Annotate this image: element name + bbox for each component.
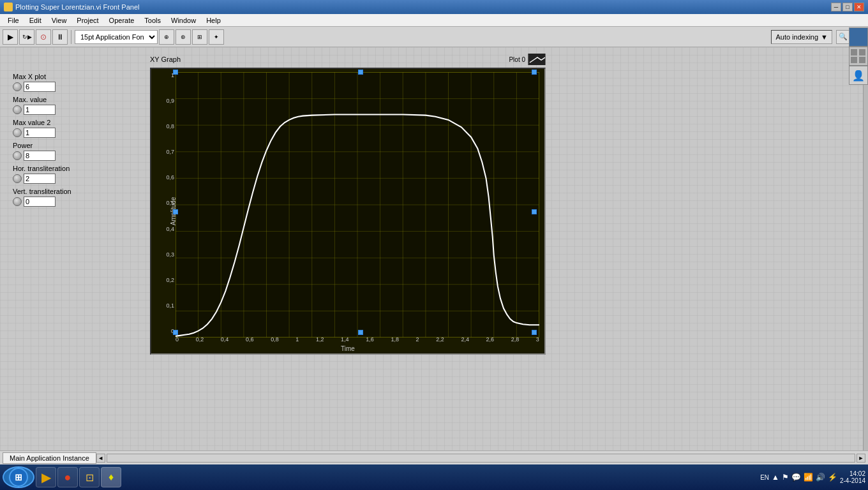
status-tab-main[interactable]: Main Application Instance — [3, 452, 96, 464]
resize-button[interactable]: ⊞ — [192, 29, 207, 45]
resize-handle-right[interactable] — [863, 47, 868, 450]
maximize-button[interactable]: □ — [842, 3, 853, 11]
menu-help[interactable]: Help — [201, 15, 226, 26]
graph-container: XY Graph Plot 0 1 0,9 0,8 0,7 0,6 0,5 — [150, 54, 546, 353]
auto-indexing-area: Auto indexing ▼ — [771, 30, 832, 44]
x-axis-title: Time — [341, 345, 355, 352]
max-value-input[interactable] — [24, 105, 56, 115]
hor-transliteration-knob[interactable] — [13, 174, 22, 183]
taskbar-browser[interactable]: ● — [57, 467, 78, 487]
vert-transliteration-label: Vert. transliteration — [13, 188, 71, 195]
x-label-28: 2,8 — [511, 336, 520, 343]
toolbar: ▶ ↻▶ ⊙ ⏸ 15pt Application Font ⊕ ⊛ ⊞ ✦ A… — [0, 27, 868, 47]
browser-icon: ● — [64, 471, 71, 484]
distribute-button[interactable]: ⊛ — [176, 29, 191, 45]
font-selector[interactable]: 15pt Application Font — [75, 30, 158, 44]
align-button[interactable]: ⊕ — [159, 29, 174, 45]
menu-tools[interactable]: Tools — [139, 15, 166, 26]
minimize-button[interactable]: ─ — [831, 3, 841, 11]
auto-indexing-dropdown[interactable]: Auto indexing ▼ — [771, 30, 832, 44]
power-label: Power — [13, 142, 71, 149]
reorder-button[interactable]: ✦ — [209, 29, 224, 45]
x-label-08: 0,8 — [271, 336, 279, 343]
clock-time: 14:02 — [840, 470, 865, 477]
graph-svg[interactable] — [176, 72, 539, 338]
taskbar-file-manager[interactable]: ⊡ — [79, 467, 100, 487]
menu-file[interactable]: File — [3, 15, 24, 26]
title-bar: Plotting Super Lorentzian.vi Front Panel… — [0, 0, 868, 14]
max-x-plot-input[interactable] — [24, 82, 56, 92]
main-content: Max X plot Max. value Max value 2 Power — [0, 47, 868, 450]
x-label-0: 0 — [176, 336, 179, 343]
selection-dot-mr[interactable] — [532, 209, 537, 214]
selection-dot-br[interactable] — [532, 330, 537, 335]
plot-legend-icon[interactable] — [528, 54, 546, 65]
max-value-2-input[interactable] — [24, 128, 56, 138]
menu-project[interactable]: Project — [71, 15, 103, 26]
separator-1 — [71, 30, 71, 44]
search-button[interactable]: 🔍 — [836, 30, 850, 44]
flag-icon: ⚑ — [782, 473, 789, 482]
window-title: Plotting Super Lorentzian.vi Front Panel — [15, 3, 139, 11]
status-scrollbar-track[interactable] — [107, 454, 855, 463]
app-icon — [4, 3, 13, 11]
menu-operate[interactable]: Operate — [104, 15, 140, 26]
x-label-16: 1,6 — [366, 336, 374, 343]
close-button[interactable]: ✕ — [854, 3, 864, 11]
lang-indicator: EN — [760, 474, 769, 481]
grid-panel-cell-2 — [849, 47, 868, 66]
clock: 14:02 2-4-2014 — [840, 470, 865, 484]
graph-frame[interactable]: 1 0,9 0,8 0,7 0,6 0,5 0,4 0,3 0,2 0,1 0 … — [150, 68, 546, 355]
vert-transliteration-row — [13, 197, 71, 207]
media-player-icon: ▶ — [41, 470, 51, 485]
x-label-02: 0,2 — [196, 336, 204, 343]
hor-transliteration-input[interactable] — [24, 174, 56, 184]
selection-dot-tm[interactable] — [358, 70, 363, 75]
start-button[interactable]: ⊞ — [3, 466, 34, 488]
sys-tray: EN ▲ ⚑ 💬 📶 🔊 ⚡ 14:02 2-4-2014 — [760, 470, 865, 484]
max-value-2-row — [13, 128, 71, 138]
max-value-2-knob[interactable] — [13, 128, 22, 137]
taskbar-media-player[interactable]: ▶ — [36, 467, 56, 487]
selection-dot-ml[interactable] — [173, 209, 178, 214]
taskbar-labview[interactable]: ♦ — [101, 467, 121, 487]
run-button[interactable]: ▶ — [3, 29, 18, 45]
x-label-2: 2 — [416, 336, 419, 343]
volume-icon: 🔊 — [816, 473, 825, 482]
labview-icon: ♦ — [108, 471, 114, 483]
max-value-2-control: Max value 2 — [13, 119, 71, 138]
max-x-plot-row — [13, 82, 71, 92]
x-label-18: 1,8 — [391, 336, 399, 343]
selection-dot-tr[interactable] — [532, 70, 537, 75]
power-knob[interactable] — [13, 151, 22, 160]
vert-transliteration-input[interactable] — [24, 197, 56, 207]
max-value-label: Max. value — [13, 96, 71, 103]
y-label-06: 0,6 — [166, 174, 174, 181]
abort-button[interactable]: ⊙ — [36, 29, 51, 45]
plot-legend-label: Plot 0 — [509, 56, 525, 63]
run-continuously-button[interactable]: ↻▶ — [19, 29, 34, 45]
menu-view[interactable]: View — [47, 15, 72, 26]
status-scroll-left[interactable]: ◄ — [96, 454, 105, 463]
x-label-04: 0,4 — [221, 336, 229, 343]
selection-dot-bm[interactable] — [358, 330, 363, 335]
connection-icon: 📶 — [804, 473, 813, 482]
max-value-knob[interactable] — [13, 105, 22, 114]
selection-dot-tl[interactable] — [173, 70, 178, 75]
y-label-07: 0,7 — [166, 149, 174, 155]
menu-edit[interactable]: Edit — [24, 15, 47, 26]
max-x-plot-knob[interactable] — [13, 82, 22, 91]
left-controls-panel: Max X plot Max. value Max value 2 Power — [13, 73, 71, 207]
pause-button[interactable]: ⏸ — [52, 29, 68, 45]
svg-text:⊞: ⊞ — [15, 472, 22, 482]
max-x-plot-control: Max X plot — [13, 73, 71, 92]
status-scroll-right[interactable]: ► — [857, 454, 865, 463]
x-label-06: 0,6 — [246, 336, 254, 343]
vert-transliteration-knob[interactable] — [13, 197, 22, 206]
x-label-12: 1,2 — [316, 336, 324, 343]
hor-transliteration-control: Hor. transliteration — [13, 165, 71, 184]
y-label-01: 0,1 — [166, 302, 174, 309]
selection-dot-bl[interactable] — [173, 330, 178, 335]
menu-window[interactable]: Window — [166, 15, 201, 26]
power-input[interactable] — [24, 151, 56, 161]
